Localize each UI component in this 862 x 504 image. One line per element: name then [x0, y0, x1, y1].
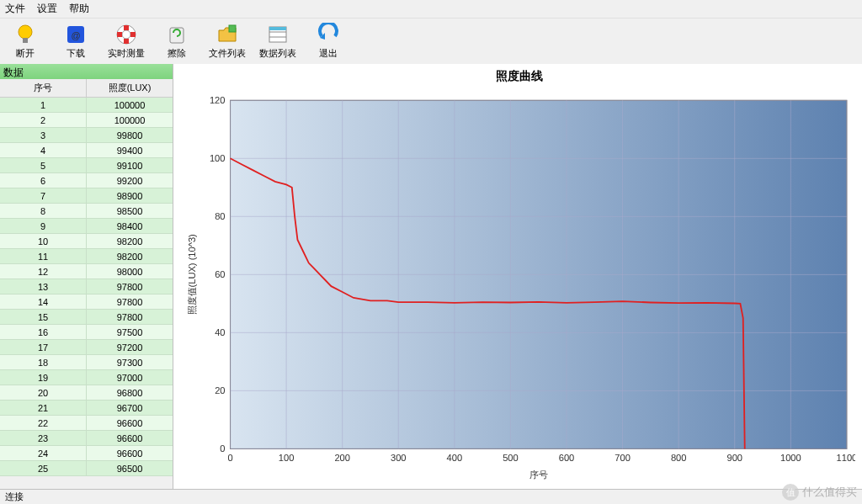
table-row[interactable]: 699200: [0, 173, 173, 188]
table-row[interactable]: 599100: [0, 158, 173, 173]
table-row[interactable]: 798900: [0, 188, 173, 204]
svg-rect-1: [23, 38, 28, 43]
statusbar: 连接: [0, 489, 862, 504]
table-row[interactable]: 1098200: [0, 234, 173, 249]
svg-text:40: 40: [215, 327, 225, 337]
cell-index: 1: [0, 98, 87, 113]
cell-index: 2: [0, 113, 87, 128]
menu-settings[interactable]: 设置: [37, 2, 57, 16]
table-row[interactable]: 399800: [0, 128, 173, 143]
watermark: 值 什么值得买: [782, 484, 857, 501]
svg-text:序号: 序号: [529, 470, 548, 480]
cell-lux: 98400: [87, 219, 173, 234]
main-area: 数据 序号 照度(LUX) 11000002100000399800499400…: [0, 64, 862, 489]
cell-lux: 97500: [87, 325, 173, 340]
table-row[interactable]: 2096800: [0, 385, 173, 401]
svg-text:400: 400: [447, 453, 463, 463]
svg-point-5: [122, 30, 130, 39]
svg-text:700: 700: [615, 453, 631, 463]
cell-lux: 97000: [87, 370, 173, 385]
btn-label: 退出: [319, 47, 338, 60]
cell-lux: 98200: [87, 234, 173, 249]
btn-label: 实时测量: [108, 47, 145, 60]
svg-text:500: 500: [503, 453, 519, 463]
btn-label: 文件列表: [209, 47, 246, 60]
table-row[interactable]: 1100000: [0, 98, 173, 113]
cell-lux: 96800: [87, 385, 173, 401]
svg-text:120: 120: [210, 95, 226, 105]
cell-lux: 97800: [87, 310, 173, 325]
svg-text:100: 100: [210, 153, 226, 163]
cell-index: 25: [0, 461, 87, 476]
filelist-button[interactable]: 文件列表: [207, 23, 247, 60]
cell-lux: 100000: [87, 98, 173, 113]
svg-text:600: 600: [559, 453, 575, 463]
cell-lux: 97800: [87, 279, 173, 294]
cell-index: 7: [0, 188, 87, 204]
download-button[interactable]: @ 下载: [56, 23, 96, 60]
cell-index: 12: [0, 264, 87, 279]
cell-index: 15: [0, 310, 87, 325]
cell-lux: 98200: [87, 249, 173, 264]
table-row[interactable]: 1997000: [0, 370, 173, 385]
table-row[interactable]: 2396600: [0, 431, 173, 446]
avatar-icon: 值: [782, 484, 799, 501]
menu-file[interactable]: 文件: [5, 2, 25, 16]
col-lux[interactable]: 照度(LUX): [87, 79, 173, 97]
realtime-button[interactable]: 实时测量: [106, 23, 146, 60]
table-row[interactable]: 1397800: [0, 279, 173, 294]
cell-lux: 99800: [87, 128, 173, 143]
cell-lux: 97800: [87, 294, 173, 310]
svg-text:900: 900: [726, 453, 742, 463]
cell-index: 20: [0, 385, 87, 401]
exit-button[interactable]: 退出: [308, 23, 349, 60]
table-row[interactable]: 2296600: [0, 416, 173, 431]
svg-rect-7: [229, 25, 236, 32]
table-row[interactable]: 2496600: [0, 446, 173, 461]
table-row[interactable]: 1198200: [0, 249, 173, 264]
line-chart: 0100200300400500600700800900100011000204…: [184, 88, 855, 487]
btn-label: 擦除: [168, 47, 186, 60]
toolbar: 断开 @ 下载 实时测量 擦除 文件列表 数据列表 退出: [0, 19, 862, 64]
cell-index: 6: [0, 173, 87, 188]
cell-index: 8: [0, 204, 87, 219]
data-panel: 数据 序号 照度(LUX) 11000002100000399800499400…: [0, 64, 173, 489]
datalist-button[interactable]: 数据列表: [258, 23, 298, 60]
folder-icon: [216, 23, 239, 46]
cell-lux: 96600: [87, 446, 173, 461]
clear-button[interactable]: 擦除: [157, 23, 197, 60]
cell-index: 5: [0, 158, 87, 173]
table-row[interactable]: 1497800: [0, 294, 173, 310]
cell-lux: 100000: [87, 113, 173, 128]
cell-index: 13: [0, 279, 87, 294]
cell-index: 16: [0, 325, 87, 340]
table-row[interactable]: 2100000: [0, 113, 173, 128]
cell-lux: 99200: [87, 173, 173, 188]
col-index[interactable]: 序号: [0, 79, 87, 97]
table-row[interactable]: 1597800: [0, 310, 173, 325]
table-body[interactable]: 1100000210000039980049940059910069920079…: [0, 98, 173, 489]
cell-index: 14: [0, 294, 87, 310]
table-row[interactable]: 1897300: [0, 355, 173, 370]
svg-text:0: 0: [227, 453, 232, 463]
recycle-icon: [165, 23, 189, 46]
cell-index: 18: [0, 355, 87, 370]
table-row[interactable]: 2596500: [0, 461, 173, 476]
table-row[interactable]: 898500: [0, 204, 173, 219]
table-row[interactable]: 998400: [0, 219, 173, 234]
btn-label: 下载: [67, 47, 85, 60]
table-row[interactable]: 2196700: [0, 401, 173, 416]
disconnect-button[interactable]: 断开: [5, 23, 45, 60]
table-row[interactable]: 1697500: [0, 325, 173, 340]
svg-text:照度值(LUX) (10^3): 照度值(LUX) (10^3): [187, 234, 197, 316]
svg-text:@: @: [71, 30, 80, 40]
svg-point-0: [19, 25, 32, 39]
cell-index: 21: [0, 401, 87, 416]
chart-panel: 照度曲线 01002003004005006007008009001000110…: [173, 64, 862, 489]
table-row[interactable]: 1797200: [0, 340, 173, 355]
menu-help[interactable]: 帮助: [69, 2, 89, 16]
cell-index: 24: [0, 446, 87, 461]
table-row[interactable]: 499400: [0, 143, 173, 158]
table-row[interactable]: 1298000: [0, 264, 173, 279]
cell-lux: 96700: [87, 401, 173, 416]
